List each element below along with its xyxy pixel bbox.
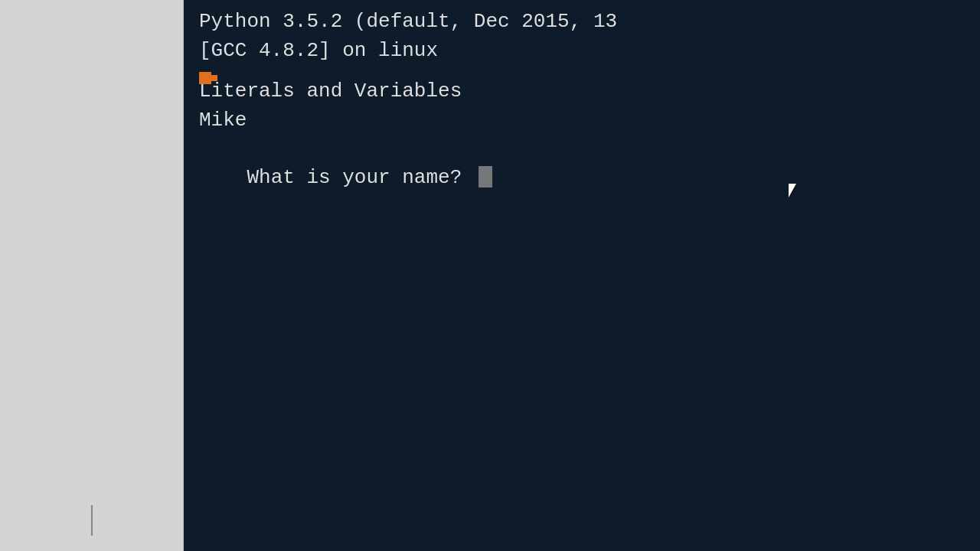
terminal-prompt-line [199, 68, 965, 74]
terminal-line-5: Mike [199, 106, 965, 135]
terminal-cursor [479, 166, 492, 187]
terminal-window[interactable]: Python 3.5.2 (default, Dec 2015, 13 [GCC… [184, 0, 980, 551]
terminal-line-2: [GCC 4.8.2] on linux [199, 37, 965, 66]
sidebar-divider [91, 505, 93, 536]
terminal-line-4: Literals and Variables [199, 77, 965, 106]
prompt-arrow-icon [199, 72, 205, 78]
terminal-line-1: Python 3.5.2 (default, Dec 2015, 13 [199, 8, 965, 37]
terminal-line-6: What is your name? [199, 135, 965, 222]
sidebar-panel [0, 0, 184, 551]
terminal-prompt-text: What is your name? [247, 166, 473, 189]
